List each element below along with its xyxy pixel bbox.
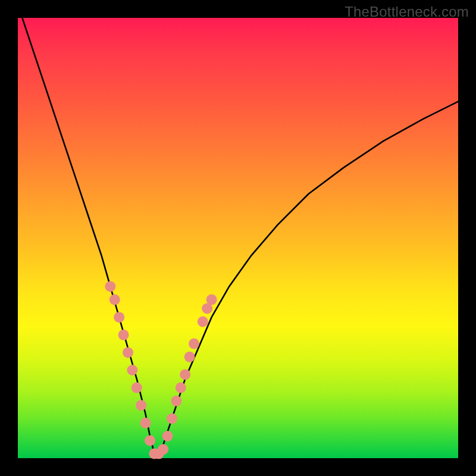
data-marker — [176, 383, 186, 393]
data-marker — [140, 418, 151, 428]
data-marker — [198, 317, 208, 327]
data-marker — [123, 347, 133, 358]
curve-svg — [18, 18, 458, 458]
data-marker — [118, 330, 129, 340]
data-marker — [206, 295, 217, 305]
data-marker — [127, 365, 137, 375]
data-marker — [131, 383, 142, 393]
data-marker — [162, 431, 173, 441]
data-marker — [114, 312, 124, 322]
data-marker — [171, 396, 181, 406]
data-marker — [105, 281, 115, 292]
data-marker — [167, 413, 177, 424]
chart-stage: TheBottleneck.com — [0, 0, 476, 476]
bottleneck-curve — [22, 18, 458, 454]
data-marker — [189, 339, 199, 349]
data-marker — [136, 400, 146, 411]
marker-group — [105, 281, 217, 459]
data-marker — [109, 295, 120, 305]
data-marker — [180, 369, 190, 380]
data-marker — [184, 352, 195, 362]
plot-area — [18, 18, 458, 458]
data-marker — [145, 435, 155, 446]
data-marker — [158, 444, 168, 455]
